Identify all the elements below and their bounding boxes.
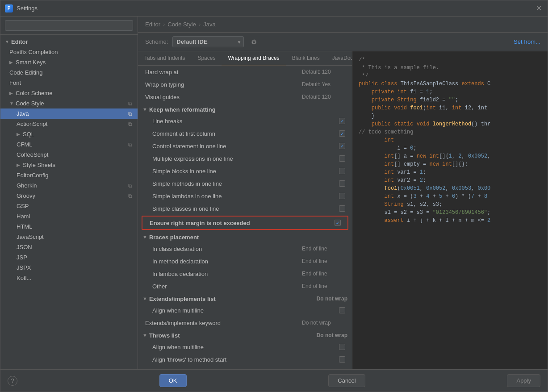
section-extends-list[interactable]: ▼ Extends/implements list Do not wrap [138, 292, 352, 304]
code-line-1: /* [359, 56, 541, 64]
search-input[interactable] [5, 20, 133, 31]
sidebar-item-jspx[interactable]: JSPX [0, 263, 138, 273]
row-simple-methods[interactable]: Simple methods in one line [138, 177, 352, 190]
align-multiline-throws-checkbox[interactable] [338, 344, 347, 350]
row-visual-guides[interactable]: Visual guides Default: 120 [138, 91, 352, 103]
sidebar-item-codestyle[interactable]: ▼ Code Style ⧉ [0, 98, 138, 108]
apply-button[interactable]: Apply [507, 374, 540, 387]
groovy-copy-icon: ⧉ [128, 193, 132, 199]
sidebar-item-codeediting[interactable]: Code Editing [0, 67, 138, 78]
tab-blank-lines[interactable]: Blank Lines [286, 51, 326, 66]
tab-wrapping-and-braces[interactable]: Wrapping and Braces [222, 51, 285, 66]
sidebar-item-html[interactable]: HTML [0, 221, 138, 232]
sidebar-item-gsp-label: GSP [17, 203, 29, 209]
multiple-expressions-checkbox[interactable] [338, 155, 347, 162]
line-breaks-checkbox[interactable]: ✓ [338, 118, 347, 124]
code-line-22: foo1(0x0051, 0x0052, 0x0053, 0x00 [359, 184, 541, 192]
sidebar-item-sql[interactable]: ▶ SQL [0, 129, 138, 139]
section-throws-list[interactable]: ▼ Throws list Do not wrap [138, 329, 352, 341]
sidebar-item-gherkin[interactable]: Gherkin ⧉ [0, 180, 138, 191]
sidebar-item-gsp[interactable]: GSP [0, 201, 138, 211]
ok-button[interactable]: OK [159, 374, 187, 387]
row-comment-first-col[interactable]: Comment at first column ✓ [138, 127, 352, 140]
row-ensure-right-margin[interactable]: Ensure right margin is not exceeded ✓ [142, 217, 347, 229]
comment-first-col-checkbox[interactable]: ✓ [338, 130, 347, 137]
tab-spaces[interactable]: Spaces [191, 51, 222, 66]
row-in-method-decl[interactable]: In method declaration End of line [138, 255, 352, 267]
row-extends-keyword[interactable]: Extends/implements keyword Do not wrap [138, 317, 352, 329]
code-line-3: */ [359, 72, 541, 80]
simple-classes-checkbox[interactable] [338, 205, 347, 212]
in-lambda-decl-value: End of line [302, 271, 347, 277]
code-line-9: public void foo1(int i1, int i2, int [359, 104, 541, 112]
row-line-breaks[interactable]: Line breaks ✓ [138, 115, 352, 127]
scheme-gear-button[interactable]: ⚙ [248, 37, 259, 47]
scheme-select[interactable]: Default IDE [172, 36, 244, 47]
highlight-wrapper: Ensure right margin is not exceeded ✓ [142, 216, 348, 230]
section-keep-reformatting[interactable]: ▼ Keep when reformatting [138, 103, 352, 115]
sidebar-item-editor[interactable]: ▼ Editor [0, 37, 138, 47]
sidebar-item-font[interactable]: Font [0, 78, 138, 88]
simple-blocks-checkbox[interactable] [338, 168, 347, 174]
sidebar-item-javascript-label: JavaScript [17, 234, 44, 240]
ensure-right-margin-checkbox[interactable]: ✓ [333, 220, 342, 226]
sidebar-item-stylesheets[interactable]: ▶ Style Sheets [0, 160, 138, 170]
sidebar-item-kotl[interactable]: Kotl... [0, 273, 138, 283]
row-in-lambda-decl[interactable]: In lambda declaration End of line [138, 267, 352, 280]
sidebar-item-jsp[interactable]: JSP [0, 252, 138, 263]
sidebar-item-postfix[interactable]: Postfix Completion [0, 47, 138, 57]
sidebar-item-haml[interactable]: Haml [0, 211, 138, 221]
row-other-braces[interactable]: Other End of line [138, 280, 352, 292]
sidebar-item-cfml-label: CFML [17, 141, 32, 148]
code-line-23: int x = (3 + 4 + 5 + 6) * (7 + 8 [359, 192, 541, 200]
tab-tabs-and-indents[interactable]: Tabs and Indents [138, 51, 191, 66]
in-method-decl-label: In method declaration [152, 258, 302, 265]
throws-list-value: Do not wrap [317, 332, 347, 338]
row-wrap-on-typing[interactable]: Wrap on typing Default: Yes [138, 78, 352, 91]
row-in-class-decl[interactable]: In class declaration End of line [138, 242, 352, 255]
simple-lambdas-label: Simple lambdas in one line [152, 193, 338, 200]
line-breaks-label: Line breaks [152, 118, 338, 125]
sidebar-item-coffeescript[interactable]: CoffeeScript [0, 150, 138, 160]
row-simple-lambdas[interactable]: Simple lambdas in one line [138, 190, 352, 202]
cancel-button[interactable]: Cancel [328, 374, 365, 387]
row-hard-wrap-at[interactable]: Hard wrap at Default: 120 [138, 66, 352, 78]
sidebar-item-smartkeys[interactable]: ▶ Smart Keys [0, 57, 138, 67]
row-align-multiline-throws[interactable]: Align when multiline [138, 341, 352, 353]
sidebar-item-json-label: JSON [17, 244, 32, 250]
sidebar-item-java[interactable]: Java ⧉ [0, 108, 138, 119]
sidebar-item-editorconfig[interactable]: EditorConfig [0, 170, 138, 180]
sidebar-item-cfml[interactable]: CFML ⧉ [0, 139, 138, 150]
section-braces-placement[interactable]: ▼ Braces placement [138, 231, 352, 242]
sidebar-item-json[interactable]: JSON [0, 242, 138, 252]
row-align-throws-method[interactable]: Align 'throws' to method start [138, 353, 352, 366]
align-multiline-extends-checkbox[interactable] [338, 307, 347, 313]
sidebar-item-colorscheme[interactable]: ▶ Color Scheme [0, 88, 138, 98]
align-throws-method-checkbox[interactable] [338, 356, 347, 363]
simple-lambdas-checkbox[interactable] [338, 193, 347, 199]
sidebar-item-actionscript[interactable]: ActionScript ⧉ [0, 119, 138, 129]
in-class-decl-value: End of line [302, 246, 347, 252]
tab-javadoc[interactable]: JavaDoc [326, 51, 352, 66]
row-throws-keyword[interactable]: Throws keyword Do not wrap [138, 366, 352, 369]
row-simple-classes[interactable]: Simple classes in one line [138, 202, 352, 215]
control-statement-checkbox[interactable]: ✓ [338, 143, 347, 149]
sidebar-item-editorconfig-label: EditorConfig [17, 172, 49, 179]
set-from-link[interactable]: Set from... [514, 38, 540, 45]
align-throws-method-label: Align 'throws' to method start [152, 356, 338, 363]
sidebar-item-groovy[interactable]: Groovy ⧉ [0, 191, 138, 201]
scheme-label: Scheme: [145, 38, 168, 45]
help-button[interactable]: ? [8, 376, 17, 386]
row-control-statement[interactable]: Control statement in one line ✓ [138, 140, 352, 152]
row-simple-blocks[interactable]: Simple blocks in one line [138, 165, 352, 177]
simple-blocks-label: Simple blocks in one line [152, 168, 338, 175]
sidebar-item-html-label: HTML [17, 223, 32, 230]
row-align-multiline-extends[interactable]: Align when multiline [138, 304, 352, 317]
breadcrumb-sep1: › [163, 21, 165, 28]
row-multiple-expressions[interactable]: Multiple expressions in one line [138, 152, 352, 165]
keep-reformatting-label: Keep when reformatting [149, 106, 216, 113]
sidebar-item-javascript[interactable]: JavaScript [0, 232, 138, 242]
simple-methods-checkbox[interactable] [338, 180, 347, 187]
in-method-decl-value: End of line [302, 258, 347, 264]
close-button[interactable]: ✕ [534, 4, 543, 13]
